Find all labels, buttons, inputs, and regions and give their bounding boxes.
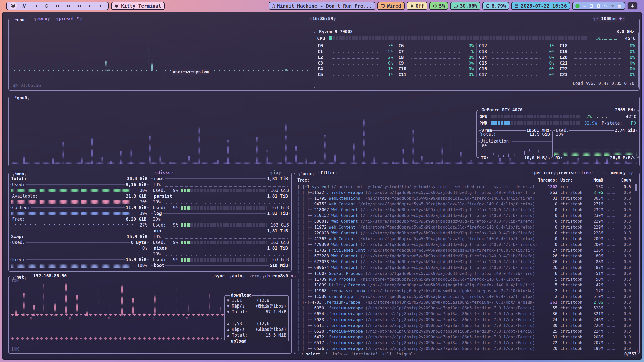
status-cpu[interactable]: 5%: [429, 2, 448, 10]
mem-graph-row: 30%: [11, 188, 147, 193]
disk-root: root1,81 TiB: [153, 176, 289, 182]
workspace-6-empty-icon[interactable]: [66, 3, 71, 8]
gpu-name-label: GeForce RTX 4070: [481, 107, 523, 113]
process-row[interactable]: │ │ ├─ 673038 Web Content (/nix/store/fq…: [297, 259, 631, 265]
process-row[interactable]: │ │ ├─ 219152 Web Content (/nix/store/fq…: [297, 213, 631, 218]
process-row[interactable]: │ │ ├─ 689674 Web Content (/nix/store/fq…: [297, 265, 631, 270]
process-row[interactable]: │ │ ├─ 6520 .ferdium-wrappe (/nix/store/…: [297, 328, 631, 334]
media-player-button[interactable]: ♫ Minuit Machine - Don't Run Fro...: [269, 2, 375, 10]
tree-button[interactable]: ┐tree┌: [578, 170, 594, 176]
workspace-8-empty-icon[interactable]: [88, 3, 93, 8]
tray-clipboard-icon[interactable]: [589, 4, 594, 8]
workspace-1-kitty-icon[interactable]: [11, 3, 16, 8]
tray-keyboard-icon[interactable]: ▦: [617, 4, 622, 8]
mem-panel-title[interactable]: ┐2mem┌: [12, 170, 27, 176]
cpu-frequency-label: 3.0 GHz: [616, 29, 635, 35]
process-row[interactable]: │ [-]─4783 .ferdium-wrappe (/nix/store/a…: [297, 299, 631, 305]
notifications-bell-button[interactable]: [627, 2, 638, 10]
sort-prev-arrow[interactable]: ←: [606, 170, 609, 175]
process-row[interactable]: │ │ ├─ 218067 Web Content (/nix/store/fq…: [297, 207, 631, 213]
net-interface-switcher[interactable]: ┐←b enp8s0 n→┌: [262, 273, 299, 279]
tray-check-icon[interactable]: ✓: [575, 4, 580, 8]
menu-button[interactable]: ┐menu┌: [34, 16, 50, 22]
kill-button[interactable]: ┘kill└: [379, 351, 395, 357]
process-row[interactable]: │ │ ├─ 11607 Socket Process (/nix/store/…: [297, 270, 631, 276]
workspace-9-empty-icon[interactable]: [99, 3, 104, 8]
workspace-4-restart-icon[interactable]: [44, 3, 49, 8]
core-C0: C03%: [315, 43, 396, 49]
status-clock[interactable]: 2025-07-22 16:36: [511, 2, 570, 10]
process-row[interactable]: │ │ ├─ 11732 Privileged Cont (/nix/store…: [297, 247, 631, 253]
download-label: download: [230, 292, 252, 298]
tray-triangle-icon[interactable]: [610, 4, 615, 8]
reverse-button[interactable]: ┐reverse┌: [556, 170, 579, 176]
tray-wave-icon[interactable]: ~: [582, 4, 587, 8]
iface-name: enp8s0: [272, 273, 288, 278]
process-row[interactable]: │ │ ├─ 220028 Web Content (/nix/store/fq…: [297, 230, 631, 236]
net-auto-button[interactable]: ┐auto┌: [229, 273, 245, 279]
process-row[interactable]: │ │ ├─ 11839 Utility Process (/nix/store…: [297, 282, 631, 288]
info-button[interactable]: ┘info ↵└: [329, 351, 350, 357]
col-tree[interactable]: Tree:: [297, 177, 538, 183]
status-bluetooth[interactable]: Off: [407, 2, 427, 10]
status-network[interactable]: Wired: [377, 2, 405, 10]
interval-plus-button[interactable]: +: [619, 16, 622, 21]
cpu-graph-legend[interactable]: user─▲▼─system: [172, 69, 210, 75]
active-window-button[interactable]: Kitty Terminal: [111, 2, 165, 10]
process-row[interactable]: │ │ ├─ 5983 .ferdium-wrappe (/nix/store/…: [297, 317, 631, 323]
update-interval-control[interactable]: ┐- 1000ms +┌: [593, 16, 625, 22]
workspace-7-empty-icon[interactable]: [77, 3, 82, 8]
process-row[interactable]: │ │ ├─ 6536 .ferdium-wrappe (/nix/store/…: [297, 346, 631, 351]
preset-button[interactable]: ┐preset *┌: [56, 16, 83, 22]
interval-minus-button[interactable]: -: [596, 16, 598, 21]
process-row[interactable]: │ │ ├─ 6350 .ferdium-wrappe (/nix/store/…: [297, 305, 631, 311]
select-control[interactable]: ┘↑ select ↓└: [298, 351, 329, 357]
process-row[interactable]: │ │ ├─ 6511 .ferdium-wrappe (/nix/store/…: [297, 323, 631, 328]
signals-button[interactable]: ┘signals└: [396, 351, 419, 357]
load-average: Load AVG: 0.47 0.85 0.70: [573, 81, 634, 86]
net-sync-button[interactable]: ┐sync┌: [211, 273, 228, 279]
proc-panel-title[interactable]: ┐4proc┌: [298, 170, 315, 176]
io-mode-button[interactable]: ┐io┌: [270, 170, 281, 176]
iface-prev-button[interactable]: ←b: [265, 273, 270, 278]
tray-phone-icon[interactable]: [596, 4, 601, 8]
sort-column-switcher[interactable]: ┐← memory →┌: [603, 170, 633, 176]
process-row[interactable]: │ │ ├─ 6654 .ferdium-wrappe (/nix/store/…: [297, 311, 631, 317]
process-row[interactable]: │ │ ├─ 6517 .ferdium-wrappe (/nix/store/…: [297, 340, 631, 346]
process-row[interactable]: │ │ ├─ 11968 .keepassxc-prox (/nix/store…: [297, 288, 631, 294]
col-cpu[interactable]: Cpu% ↑: [617, 177, 631, 183]
process-scrollbar[interactable]: [635, 184, 637, 347]
process-row[interactable]: │ │ ├─ 94753 Web Content (/nix/store/fqa…: [297, 201, 631, 207]
disks-panel-title[interactable]: ┐disks┌: [154, 170, 174, 176]
workspace-3-empty-icon[interactable]: [33, 3, 38, 8]
filter-button[interactable]: ┐filter┌: [317, 170, 338, 176]
sort-next-arrow[interactable]: →: [628, 170, 631, 175]
gpu-panel-title[interactable]: ┐5gpu0┌: [12, 94, 30, 100]
per-core-button[interactable]: ┐per-core┌: [531, 170, 556, 176]
terminate-button[interactable]: ┘terminate└: [350, 351, 379, 357]
col-threads[interactable]: Threads:: [538, 177, 557, 183]
net-panel-title[interactable]: ┐3net┌: [12, 273, 27, 279]
process-row[interactable]: [-]─1 systemd (/run/current-system/syste…: [297, 184, 631, 190]
workspace-5-empty-icon[interactable]: [55, 3, 60, 8]
col-memb[interactable]: MemB: [587, 177, 603, 183]
iface-next-button[interactable]: n→: [291, 273, 296, 278]
process-row[interactable]: │ │ ├─ 41363 Web Content (/nix/store/fqa…: [297, 236, 631, 242]
process-row[interactable]: │ │ ├─ 6472 .ferdium-wrappe (/nix/store/…: [297, 334, 631, 340]
status-disk[interactable]: 8.79%: [482, 2, 509, 10]
process-row[interactable]: │ │ ├─ 479390 Web Content (/nix/store/fq…: [297, 242, 631, 247]
process-row[interactable]: │ [-]─11532 .firefox-wrappe (/nix/store/…: [297, 190, 631, 195]
col-user[interactable]: User:: [557, 177, 587, 183]
process-row[interactable]: │ │ ├─ 11795 WebExtensions (/nix/store/f…: [297, 195, 631, 201]
process-row[interactable]: │ │ ├─ 673288 Web Content (/nix/store/fq…: [297, 253, 631, 259]
process-row[interactable]: │ │ ├─ 11972 Web Content (/nix/store/fqa…: [297, 224, 631, 230]
net-zero-button[interactable]: ┐zero┌: [246, 273, 262, 279]
process-row[interactable]: │ │ ├─ 11739 RDD Process (/nix/store/fqa…: [297, 276, 631, 282]
cpu-panel-title[interactable]: ┐1cpu┌: [12, 16, 28, 22]
process-row[interactable]: │ │ ├─ 11539 crashhelper (/nix/store/fqa…: [297, 294, 631, 299]
workspace-2-nix-icon[interactable]: N: [22, 3, 27, 8]
tray-key-icon[interactable]: [603, 4, 608, 8]
process-row[interactable]: │ │ ├─ 580017 Web Content (/nix/store/fq…: [297, 218, 631, 224]
status-memory[interactable]: 30.06%: [450, 2, 480, 10]
scrollbar-thumb[interactable]: [635, 184, 637, 191]
